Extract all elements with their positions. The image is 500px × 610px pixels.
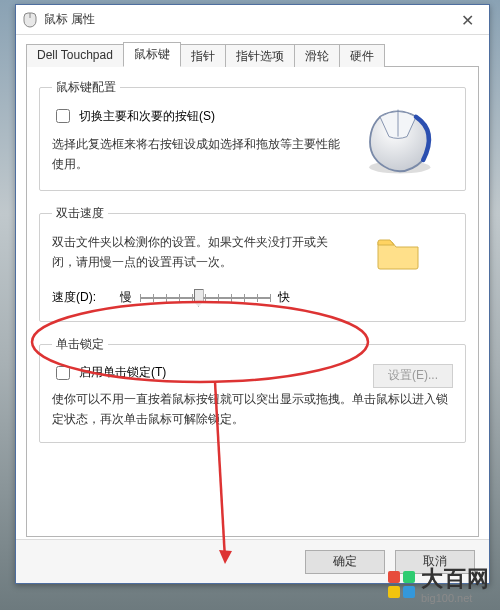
speed-fast-label: 快: [278, 289, 290, 306]
tab-0[interactable]: Dell Touchpad: [26, 44, 124, 67]
swap-buttons-checkbox-label[interactable]: 切换主要和次要的按钮(S): [52, 106, 343, 126]
click-lock-checkbox[interactable]: [56, 366, 70, 380]
tab-panel: 鼠标键配置 切换主要和次要的按钮(S) 选择此复选框来将右按钮设成如选择和拖放等…: [26, 67, 479, 537]
ok-button[interactable]: 确定: [305, 550, 385, 574]
speed-label: 速度(D):: [52, 289, 112, 306]
mouse-icon: [22, 12, 38, 28]
speed-slow-label: 慢: [120, 289, 132, 306]
double-click-test-folder[interactable]: [343, 232, 453, 272]
tab-2[interactable]: 指针: [180, 44, 226, 67]
group-click-lock-legend: 单击锁定: [52, 336, 108, 353]
tab-3[interactable]: 指针选项: [225, 44, 295, 67]
tab-1[interactable]: 鼠标键: [123, 42, 181, 67]
swap-buttons-checkbox[interactable]: [56, 109, 70, 123]
window-title: 鼠标 属性: [44, 11, 95, 28]
click-lock-settings-button: 设置(E)...: [373, 364, 453, 388]
tab-4[interactable]: 滑轮: [294, 44, 340, 67]
watermark-logo-icon: [388, 571, 415, 598]
swap-buttons-text: 切换主要和次要的按钮(S): [79, 108, 215, 125]
speed-slider[interactable]: [140, 287, 270, 309]
group-button-config-legend: 鼠标键配置: [52, 79, 120, 96]
watermark: 大百网 big100.net: [384, 562, 494, 606]
close-button[interactable]: ✕: [445, 5, 489, 35]
client-area: Dell Touchpad鼠标键指针指针选项滑轮硬件 鼠标键配置 切换主要和次要…: [16, 35, 489, 547]
click-lock-text: 启用单击锁定(T): [79, 364, 166, 381]
group-button-config: 鼠标键配置 切换主要和次要的按钮(S) 选择此复选框来将右按钮设成如选择和拖放等…: [39, 79, 466, 191]
titlebar: 鼠标 属性 ✕: [16, 5, 489, 35]
tab-5[interactable]: 硬件: [339, 44, 385, 67]
group-double-click-legend: 双击速度: [52, 205, 108, 222]
mouse-illustration: [343, 106, 453, 178]
watermark-brand: 大百网: [421, 564, 490, 594]
speed-slider-thumb[interactable]: [194, 289, 204, 307]
swap-buttons-desc: 选择此复选框来将右按钮设成如选择和拖放等主要性能使用。: [52, 134, 343, 175]
click-lock-desc: 使你可以不用一直按着鼠标按钮就可以突出显示或拖拽。单击鼠标以进入锁定状态，再次单…: [52, 389, 453, 430]
mouse-properties-window: 鼠标 属性 ✕ Dell Touchpad鼠标键指针指针选项滑轮硬件 鼠标键配置…: [15, 4, 490, 584]
double-click-desc: 双击文件夹以检测你的设置。如果文件夹没打开或关闭，请用慢一点的设置再试一次。: [52, 232, 343, 273]
group-click-lock: 单击锁定 启用单击锁定(T) 设置(E)... 使你可以不用一直按着鼠标按钮就可…: [39, 336, 466, 443]
group-double-click: 双击速度 双击文件夹以检测你的设置。如果文件夹没打开或关闭，请用慢一点的设置再试…: [39, 205, 466, 322]
tab-strip: Dell Touchpad鼠标键指针指针选项滑轮硬件: [26, 43, 479, 67]
click-lock-checkbox-label[interactable]: 启用单击锁定(T): [52, 363, 373, 383]
